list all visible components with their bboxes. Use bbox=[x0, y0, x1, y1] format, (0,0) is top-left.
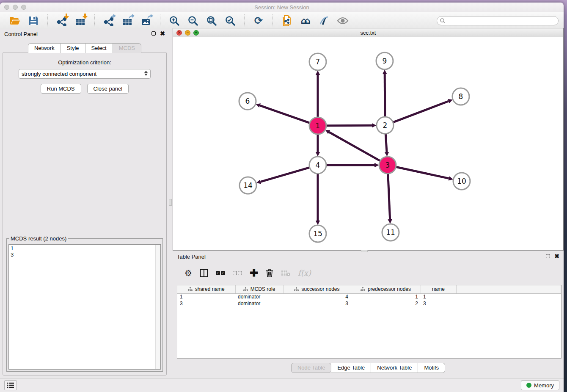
control-panel-tabs: Network Style Select MCDS bbox=[0, 43, 169, 53]
mcds-result-list[interactable]: 13 bbox=[8, 244, 161, 370]
export-table-icon[interactable] bbox=[121, 14, 134, 27]
graph-node-9[interactable]: 9 bbox=[376, 52, 393, 69]
list-icon bbox=[7, 382, 14, 389]
result-line: 3 bbox=[11, 251, 159, 258]
memory-button[interactable]: Memory bbox=[521, 380, 559, 390]
open-session-icon[interactable] bbox=[8, 14, 21, 27]
select-all-columns-icon[interactable]: ✓✓ bbox=[216, 271, 225, 275]
graph-node-4[interactable]: 4 bbox=[309, 157, 326, 174]
status-bar: Memory bbox=[0, 378, 564, 392]
svg-text:7: 7 bbox=[316, 58, 320, 66]
graph-node-8[interactable]: 8 bbox=[452, 88, 469, 105]
tab-edge-table[interactable]: Edge Table bbox=[331, 363, 371, 373]
tab-style[interactable]: Style bbox=[61, 43, 85, 53]
network-graph[interactable]: 1234678910111415 bbox=[173, 37, 563, 250]
zoom-out-icon[interactable] bbox=[187, 14, 199, 27]
graph-edge-3-10[interactable] bbox=[396, 167, 449, 178]
refresh-icon[interactable]: ⟳ bbox=[252, 14, 265, 27]
first-neighbors-icon[interactable]: ⌂⌂ bbox=[299, 14, 312, 27]
table-row[interactable]: 3dominator 32 3 bbox=[177, 300, 561, 307]
import-network-icon[interactable] bbox=[55, 14, 68, 27]
graph-node-2[interactable]: 2 bbox=[377, 117, 394, 134]
tab-network[interactable]: Network bbox=[28, 43, 61, 53]
delete-column-icon[interactable] bbox=[266, 269, 273, 277]
result-scrollbar[interactable] bbox=[155, 245, 160, 369]
graph-node-14[interactable]: 14 bbox=[239, 177, 256, 194]
graph-edge-1-6[interactable] bbox=[260, 105, 309, 123]
control-panel-title: Control Panel bbox=[4, 31, 38, 37]
column-header-shared-name[interactable]: shared name bbox=[177, 285, 235, 293]
close-panel-button[interactable]: Close panel bbox=[87, 84, 129, 94]
import-table-icon[interactable] bbox=[74, 14, 87, 27]
network-title: scc.txt bbox=[173, 30, 563, 36]
zoom-in-icon[interactable] bbox=[168, 14, 181, 27]
zoom-fit-icon[interactable] bbox=[205, 14, 218, 27]
svg-text:6: 6 bbox=[245, 97, 250, 105]
app-window: Session: New Session bbox=[0, 3, 564, 392]
graph-edge-2-3[interactable] bbox=[385, 134, 387, 152]
search-field[interactable] bbox=[437, 16, 559, 25]
show-columns-icon[interactable] bbox=[200, 269, 208, 277]
table-panel-title: Table Panel bbox=[177, 254, 206, 260]
sort-hierarchy-icon bbox=[361, 287, 365, 291]
graph-edge-3-11[interactable] bbox=[388, 174, 390, 219]
svg-text:8: 8 bbox=[459, 92, 463, 101]
column-header-mcds-role[interactable]: MCDS role bbox=[235, 285, 283, 293]
table-header-row: shared name MCDS role successor nodes pr… bbox=[177, 285, 561, 293]
task-history-button[interactable] bbox=[4, 380, 17, 390]
vertical-splitter-grip[interactable] bbox=[169, 199, 172, 206]
export-image-icon[interactable] bbox=[140, 14, 152, 27]
tab-motifs[interactable]: Motifs bbox=[418, 363, 445, 373]
graph-edge-1-2[interactable] bbox=[327, 125, 372, 126]
column-header-successor-nodes[interactable]: successor nodes bbox=[283, 285, 351, 293]
apply-style-icon[interactable] bbox=[318, 14, 330, 27]
sort-hierarchy-icon bbox=[294, 287, 299, 291]
search-input[interactable] bbox=[446, 17, 558, 25]
float-panel-icon[interactable] bbox=[151, 31, 156, 36]
toolbar-separator bbox=[160, 14, 160, 27]
tab-mcds[interactable]: MCDS bbox=[113, 43, 141, 53]
network-view-window: ✕ − + scc.txt 1234678910111415 bbox=[173, 28, 564, 251]
save-session-icon[interactable] bbox=[27, 14, 40, 27]
close-panel-icon[interactable]: ✖ bbox=[160, 31, 165, 36]
run-mcds-button[interactable]: Run MCDS bbox=[41, 84, 81, 94]
graph-edge-4-14[interactable] bbox=[261, 168, 309, 182]
graph-edge-2-9[interactable] bbox=[385, 74, 385, 116]
tab-node-table[interactable]: Node Table bbox=[291, 363, 332, 373]
graph-node-1[interactable]: 1 bbox=[309, 117, 326, 134]
graph-node-3[interactable]: 3 bbox=[379, 157, 396, 174]
tab-select[interactable]: Select bbox=[85, 43, 113, 53]
search-icon bbox=[440, 18, 446, 24]
sort-hierarchy-icon bbox=[243, 287, 248, 291]
column-header-predecessor-nodes[interactable]: predecessor nodes bbox=[351, 285, 421, 293]
graph-node-7[interactable]: 7 bbox=[309, 53, 326, 70]
svg-text:2: 2 bbox=[383, 121, 388, 130]
delete-table-icon[interactable] bbox=[281, 270, 290, 276]
zoom-selected-icon[interactable] bbox=[224, 14, 237, 27]
float-table-panel-icon[interactable] bbox=[546, 254, 550, 258]
close-table-panel-icon[interactable]: ✖ bbox=[554, 254, 559, 258]
clone-network-icon[interactable] bbox=[281, 14, 293, 27]
show-hide-icon[interactable] bbox=[336, 14, 349, 27]
toolbar-separator bbox=[272, 14, 273, 27]
column-header-name[interactable]: name bbox=[421, 285, 456, 293]
graph-edge-2-8[interactable] bbox=[394, 101, 449, 122]
graph-node-10[interactable]: 10 bbox=[453, 173, 470, 190]
function-builder-icon[interactable]: f(x) bbox=[298, 268, 311, 277]
optimization-criterion-select[interactable]: strongly connected component bbox=[19, 69, 151, 79]
svg-text:1: 1 bbox=[316, 121, 320, 130]
unselect-all-columns-icon[interactable] bbox=[233, 271, 242, 275]
network-window-titlebar: ✕ − + scc.txt bbox=[173, 28, 563, 37]
export-network-icon[interactable] bbox=[102, 14, 115, 27]
create-column-icon[interactable]: ✚ bbox=[250, 268, 258, 278]
tab-network-table[interactable]: Network Table bbox=[371, 363, 418, 373]
graph-node-6[interactable]: 6 bbox=[239, 93, 256, 110]
graph-edge-3-1[interactable] bbox=[329, 132, 380, 160]
graph-node-11[interactable]: 11 bbox=[382, 224, 399, 241]
optimization-criterion-label: Optimization criterion: bbox=[3, 59, 166, 66]
desktop: Session: New Session bbox=[0, 0, 567, 392]
graph-node-15[interactable]: 15 bbox=[309, 225, 326, 242]
window-title: Session: New Session bbox=[0, 4, 564, 11]
table-settings-icon[interactable]: ⚙ bbox=[184, 269, 192, 277]
table-row[interactable]: 1dominator 41 1 bbox=[177, 293, 561, 300]
